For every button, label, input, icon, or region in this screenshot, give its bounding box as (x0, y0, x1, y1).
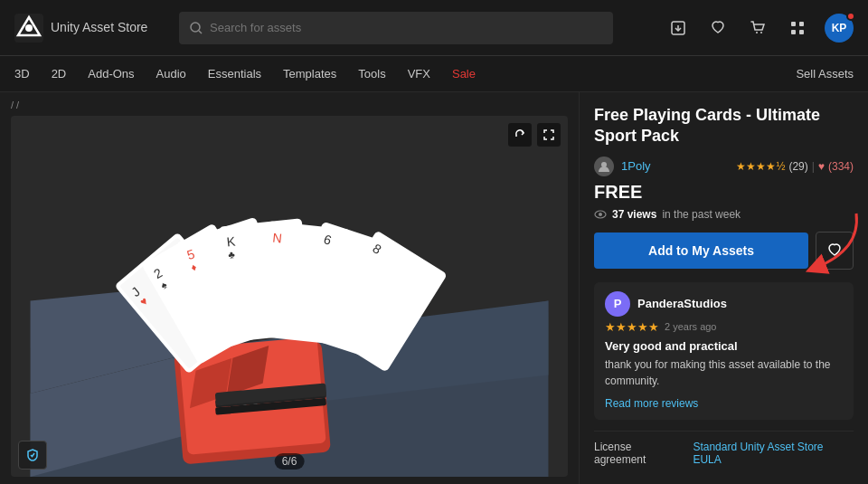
svg-point-8 (760, 32, 762, 33)
header: Unity Asset Store (0, 0, 868, 56)
author-icon (598, 160, 610, 173)
wishlist-header-button[interactable] (705, 15, 731, 41)
author-avatar (594, 157, 614, 176)
nav: 3D 2D Add-Ons Audio Essentials Templates… (0, 56, 868, 92)
shield-button[interactable] (18, 441, 47, 470)
share-button[interactable] (508, 123, 532, 147)
logo-text: Unity Asset Store (51, 20, 147, 35)
sell-assets-link[interactable]: Sell Assets (796, 67, 854, 81)
review-box: P PanderaStudios ★★★★★ 2 years ago Very … (594, 282, 854, 420)
share-icon (514, 129, 525, 140)
unity-logo-icon (14, 14, 43, 43)
svg-text:N: N (272, 230, 283, 245)
header-icons: KP (665, 14, 854, 43)
author-name[interactable]: 1Poly (621, 159, 651, 173)
cart-icon (750, 20, 766, 36)
nav-item-3d[interactable]: 3D (14, 65, 30, 82)
review-title: Very good and practical (605, 339, 843, 353)
main-content: / / (0, 92, 868, 484)
avatar[interactable]: KP (825, 14, 854, 43)
views-row: 37 views in the past week (594, 208, 854, 221)
rating-count: (29) (788, 160, 807, 173)
image-counter: 6/6 (275, 453, 305, 470)
license-label: License agreement (594, 441, 685, 466)
author-row: 1Poly ★★★★½ (29) | ♥ (334) (594, 157, 854, 176)
read-more-link[interactable]: Read more reviews (605, 397, 698, 410)
right-panel: Free Playing Cards - Ultimate Sport Pack… (579, 92, 868, 484)
shield-icon (26, 449, 39, 461)
download-icon-button[interactable] (665, 15, 691, 41)
search-bar[interactable] (179, 12, 613, 44)
avatar-notification-badge (846, 12, 855, 21)
wishlist-button[interactable] (816, 232, 854, 270)
nav-item-vfx[interactable]: VFX (408, 65, 430, 82)
fullscreen-icon (543, 129, 554, 140)
nav-item-tools[interactable]: Tools (358, 65, 385, 82)
logo-area: Unity Asset Store (14, 14, 168, 43)
nav-item-addons[interactable]: Add-Ons (88, 65, 134, 82)
eye-icon (594, 208, 607, 221)
grid-icon (790, 21, 805, 35)
views-suffix: in the past week (662, 208, 741, 221)
review-time: 2 years ago (665, 321, 716, 332)
review-meta: ★★★★★ 2 years ago (605, 320, 843, 334)
reviewer-row: P PanderaStudios (605, 291, 843, 317)
reviewer-name: PanderaStudios (637, 297, 727, 310)
svg-point-3 (191, 23, 200, 32)
review-text: thank you for making this asset availabl… (605, 356, 843, 389)
asset-image-container: 1P J ♥ 2 ♠ 5 ♦ K ♣ N (11, 116, 568, 477)
heart-icon (710, 20, 726, 36)
review-stars: ★★★★★ (605, 320, 659, 334)
cart-button[interactable] (745, 15, 770, 41)
playing-cards-preview: 1P J ♥ 2 ♠ 5 ♦ K ♣ N (11, 116, 568, 477)
svg-line-4 (199, 31, 202, 33)
search-icon (190, 22, 203, 34)
asset-title: Free Playing Cards - Ultimate Sport Pack (594, 105, 854, 147)
nav-item-essentials[interactable]: Essentials (208, 65, 261, 82)
nav-item-sale[interactable]: Sale (452, 65, 476, 82)
svg-point-46 (599, 213, 602, 216)
add-asset-row: Add to My Assets (594, 232, 854, 270)
left-panel: / / (0, 92, 579, 484)
search-input[interactable] (210, 21, 602, 34)
svg-rect-9 (791, 22, 796, 26)
star-rating: ★★★★½ (736, 160, 785, 173)
fullscreen-button[interactable] (537, 123, 561, 147)
views-count: 37 views (612, 208, 656, 221)
add-to-assets-button[interactable]: Add to My Assets (594, 233, 808, 269)
eula-link[interactable]: Standard Unity Asset Store EULA (693, 441, 854, 466)
svg-rect-12 (799, 30, 804, 34)
nav-item-templates[interactable]: Templates (283, 65, 336, 82)
heart-count: (334) (828, 160, 854, 173)
svg-point-2 (25, 24, 33, 32)
download-icon (670, 20, 686, 36)
image-controls (508, 123, 561, 147)
svg-rect-10 (799, 22, 804, 26)
rating-area: ★★★★½ (29) | ♥ (334) (736, 160, 854, 173)
svg-point-7 (756, 32, 758, 33)
nav-item-audio[interactable]: Audio (156, 65, 186, 82)
nav-item-2d[interactable]: 2D (52, 65, 67, 82)
breadcrumb: / / (11, 100, 568, 110)
heart-wishlist-icon (827, 243, 842, 258)
apps-grid-button[interactable] (785, 15, 810, 41)
svg-rect-11 (791, 30, 796, 34)
logo-label: Unity Asset Store (51, 20, 147, 34)
reviewer-avatar: P (605, 291, 630, 317)
license-row: License agreement Standard Unity Asset S… (594, 431, 854, 466)
asset-price: FREE (594, 182, 854, 203)
